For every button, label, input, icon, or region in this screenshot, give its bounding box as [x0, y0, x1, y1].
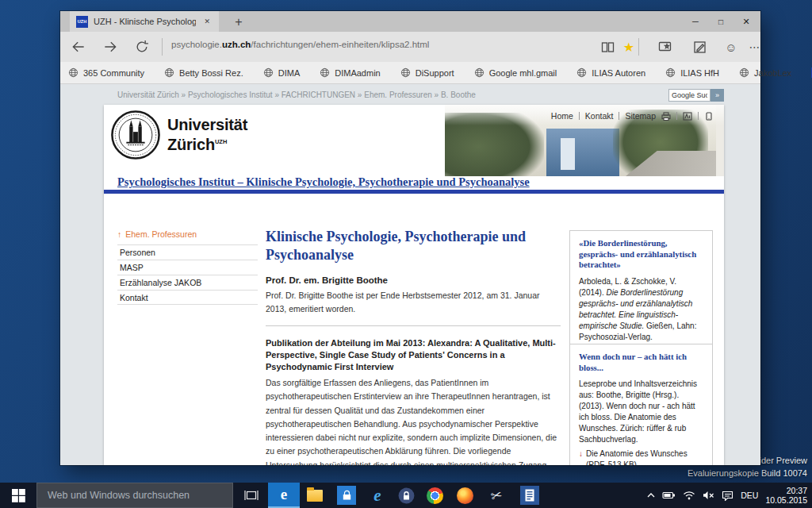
- close-button[interactable]: ✕: [733, 11, 759, 32]
- maximize-button[interactable]: □: [708, 11, 733, 32]
- institute-banner-title[interactable]: Psychologisches Institut – Klinische Psy…: [104, 175, 724, 190]
- nav-sitemap-link[interactable]: Sitemap: [625, 111, 656, 121]
- uzh-favicon-icon: UZH: [76, 16, 88, 28]
- favorite-item[interactable]: 365 Community: [68, 67, 144, 78]
- chrome-button[interactable]: [420, 483, 449, 508]
- favorite-item[interactable]: JakobLex: [739, 67, 791, 78]
- favorite-item[interactable]: ILIAS Autoren: [576, 67, 645, 78]
- favorite-item[interactable]: DiSupport: [400, 67, 454, 78]
- favorite-item[interactable]: ILIAS HfH: [665, 67, 719, 78]
- toolbar-divider: [162, 38, 163, 56]
- tab-close-icon[interactable]: ✕: [201, 16, 213, 27]
- nav-kontakt-link[interactable]: Kontakt: [585, 111, 614, 121]
- url-path: /fachrichtungen/ehem-einheiten/klipsa2.h…: [251, 40, 429, 49]
- new-tab-button[interactable]: +: [228, 13, 249, 32]
- aside-title: «Die Borderlinestörung, gesprächs- und e…: [579, 238, 703, 271]
- banner-underline-bar: [104, 190, 724, 194]
- tray-time: 20:37: [765, 486, 807, 496]
- keepass-button[interactable]: [392, 483, 420, 508]
- minimize-button[interactable]: ─: [683, 11, 708, 32]
- tab-title: UZH - Klinische Psycholog: [94, 17, 196, 26]
- sidebar-nav: Personen MASP Erzählanalyse JAKOB Kontak…: [117, 244, 258, 305]
- edge-taskbar-button[interactable]: e: [268, 483, 300, 508]
- main-content: Klinische Psychologie, Psychotherapie un…: [266, 228, 561, 465]
- internet-explorer-icon: e: [373, 486, 381, 506]
- browser-tab[interactable]: UZH UZH - Klinische Psycholog ✕: [70, 11, 219, 32]
- refresh-button[interactable]: [132, 37, 152, 56]
- show-hidden-icons-arrow-icon[interactable]: [647, 492, 655, 498]
- file-explorer-button[interactable]: [300, 483, 330, 508]
- google-search-input[interactable]: [668, 89, 710, 102]
- address-bar[interactable]: psychologie.uzh.ch/fachrichtungen/ehem-e…: [171, 40, 584, 49]
- task-view-button[interactable]: [236, 483, 266, 508]
- favorite-star-icon[interactable]: ★: [619, 38, 638, 56]
- sidebar-item-kontakt[interactable]: Kontakt: [117, 290, 258, 305]
- clock[interactable]: 20:37 10.05.2015: [765, 486, 807, 506]
- favorite-item[interactable]: DIMAadmin: [320, 67, 380, 78]
- font-size-icon[interactable]: [683, 112, 692, 121]
- hub-icon[interactable]: [655, 38, 674, 56]
- print-icon[interactable]: [661, 112, 671, 121]
- pdf-download-link[interactable]: ↓ Die Anatomie des Wunsches (PDF, 513 KB…: [579, 448, 703, 465]
- google-search-button[interactable]: »: [710, 89, 724, 102]
- publication-heading: Publikation der Abteilung im Mai 2013: A…: [266, 337, 561, 373]
- news-icon: [520, 486, 539, 505]
- mobile-view-icon[interactable]: [704, 112, 714, 121]
- news-app-button[interactable]: [512, 483, 547, 508]
- toolbar-divider: [638, 38, 639, 56]
- store-button[interactable]: [331, 483, 362, 508]
- globe-icon: [739, 67, 749, 78]
- browser-window: UZH UZH - Klinische Psycholog ✕ + ─ □ ✕: [60, 11, 760, 465]
- globe-icon: [576, 67, 587, 78]
- firefox-button[interactable]: [449, 483, 481, 508]
- sidebar-item-erzaehlanalyse[interactable]: Erzählanalyse JAKOB: [117, 275, 258, 290]
- sidebar-item-personen[interactable]: Personen: [117, 244, 258, 260]
- start-button[interactable]: [0, 483, 36, 508]
- content-card: Universität ZürichUZH Home Kontakt Sitem…: [104, 105, 724, 465]
- sidebar-item-masp[interactable]: MASP: [117, 260, 258, 275]
- more-actions-icon[interactable]: ⋯: [745, 38, 764, 56]
- web-note-icon[interactable]: [690, 38, 709, 56]
- favorite-item[interactable]: Google mhl.gmail: [474, 67, 557, 78]
- url-domain: uzh.ch: [222, 40, 251, 49]
- forward-button[interactable]: [100, 37, 121, 56]
- action-center-icon[interactable]: [722, 491, 733, 501]
- uzh-seal-logo[interactable]: [110, 110, 161, 160]
- reading-view-icon[interactable]: [598, 38, 617, 56]
- feedback-smiley-icon[interactable]: ☺: [722, 38, 741, 56]
- page-title: Klinische Psychologie, Psychotherapie un…: [266, 228, 543, 264]
- publication-text: Das sorgfältige Erfassen des Anliegens, …: [266, 376, 561, 465]
- internet-explorer-button[interactable]: e: [363, 483, 392, 508]
- snipping-tool-button[interactable]: ✂: [481, 483, 512, 508]
- window-controls: ─ □ ✕: [683, 11, 759, 32]
- globe-icon: [68, 67, 79, 78]
- up-arrow-icon: ↑: [117, 229, 121, 239]
- uzh-logo-text[interactable]: Universität ZürichUZH: [167, 116, 247, 153]
- uzh-logo-sup: UZH: [215, 138, 227, 145]
- download-arrow-icon: ↓: [579, 448, 583, 465]
- edge-icon: e: [281, 486, 287, 503]
- address-toolbar: psychologie.uzh.ch/fachrichtungen/ehem-e…: [60, 32, 760, 62]
- favorite-item[interactable]: DIMA: [263, 67, 301, 78]
- back-button[interactable]: [68, 37, 89, 56]
- header-nav: Home Kontakt Sitemap: [551, 111, 714, 121]
- chrome-icon: [427, 487, 443, 504]
- sidebar-item-ehem-professuren[interactable]: ↑Ehem. Professuren: [117, 229, 197, 239]
- battery-icon[interactable]: [662, 491, 676, 500]
- wifi-icon[interactable]: [683, 491, 695, 500]
- tab-strip: UZH UZH - Klinische Psycholog ✕ + ─ □ ✕: [60, 11, 760, 32]
- globe-icon: [320, 67, 330, 78]
- favorite-item[interactable]: Betty Bossi Rez.: [164, 67, 243, 78]
- store-icon: [337, 486, 356, 505]
- globe-icon: [665, 67, 676, 78]
- taskbar-search-box[interactable]: Web und Windows durchsuchen: [36, 483, 233, 508]
- breadcrumb[interactable]: Universität Zürich » Psychologisches Ins…: [117, 90, 476, 99]
- prof-text: Prof. Dr. Brigitte Boothe ist per Ende H…: [266, 289, 561, 316]
- globe-icon: [263, 67, 274, 78]
- system-tray: DEU 20:37 10.05.2015: [647, 483, 807, 508]
- taskbar: Web und Windows durchsuchen e e ✂: [0, 483, 812, 508]
- volume-muted-icon[interactable]: [703, 491, 714, 500]
- nav-home-link[interactable]: Home: [551, 111, 573, 121]
- favorites-bar: 365 Community Betty Bossi Rez. DIMA DIMA…: [60, 62, 760, 84]
- language-indicator[interactable]: DEU: [741, 491, 758, 500]
